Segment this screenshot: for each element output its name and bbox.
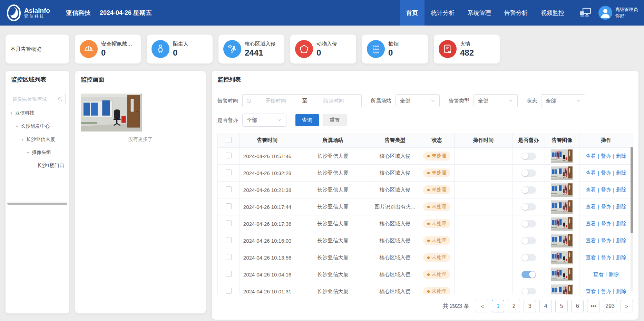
delete-link[interactable]: 删除	[616, 204, 626, 210]
alarm-snapshot[interactable]	[551, 234, 573, 247]
supervise-select[interactable]: 全部	[242, 114, 286, 127]
caret-down-icon[interactable]: ▾	[9, 111, 14, 116]
search-button[interactable]: 查询	[295, 114, 319, 126]
nav-item-告警分析[interactable]: 告警分析	[498, 0, 534, 26]
view-link[interactable]: 查看	[586, 254, 596, 260]
supervise-link[interactable]: 督办	[601, 288, 611, 294]
row-checkbox[interactable]	[226, 288, 232, 294]
page-button-5[interactable]: 5	[555, 300, 568, 312]
alarm-snapshot[interactable]	[551, 284, 573, 294]
monitor-icon[interactable]	[579, 8, 592, 18]
delete-link[interactable]: 删除	[608, 271, 619, 277]
delete-link[interactable]: 删除	[616, 237, 626, 243]
row-checkbox[interactable]	[226, 237, 232, 243]
row-checkbox[interactable]	[226, 169, 232, 175]
tree-item-摄像头组[interactable]: ▾ 摄像头组	[8, 146, 69, 159]
alarm-snapshot[interactable]	[551, 217, 573, 231]
supervise-toggle[interactable]	[521, 203, 536, 211]
horizontal-scrollbar[interactable]	[7, 203, 67, 205]
supervise-toggle[interactable]	[521, 288, 536, 295]
view-link[interactable]: 查看	[586, 187, 596, 193]
alarm-snapshot[interactable]	[551, 200, 573, 214]
delete-link[interactable]: 删除	[616, 170, 626, 176]
status-select[interactable]: 全部	[541, 94, 585, 107]
delete-link[interactable]: 删除	[616, 221, 626, 226]
supervise-link[interactable]: 督办	[601, 170, 611, 176]
region-search-input[interactable]	[12, 96, 58, 102]
page-button-2[interactable]: 2	[508, 300, 520, 312]
supervise-toggle[interactable]	[521, 271, 536, 278]
caret-down-icon[interactable]: ▾	[14, 124, 19, 129]
supervise-link[interactable]: 督办	[601, 187, 611, 193]
alarm-type-select[interactable]: 全部	[474, 94, 518, 107]
end-time-input[interactable]: 结束时间	[310, 98, 358, 104]
tree-item-亚信科技[interactable]: ▾ 亚信科技	[8, 107, 69, 120]
supervise-link[interactable]: 督办	[601, 153, 611, 159]
supervise-link[interactable]: 督办	[601, 237, 611, 243]
page-button-4[interactable]: 4	[539, 300, 552, 312]
camera-snapshot[interactable]	[81, 94, 142, 132]
row-checkbox[interactable]	[226, 153, 232, 158]
supervise-toggle[interactable]	[521, 254, 536, 261]
search-icon[interactable]	[58, 96, 62, 102]
supervise-toggle[interactable]	[521, 169, 536, 177]
user-avatar[interactable]	[598, 6, 612, 20]
nav-item-首页[interactable]: 首页	[400, 0, 425, 26]
supervise-toggle[interactable]	[521, 153, 536, 160]
supervise-toggle[interactable]	[521, 186, 536, 194]
supervise-toggle[interactable]	[521, 237, 536, 244]
alarm-time-range-picker[interactable]: 开始时间 至 结束时间	[242, 94, 362, 107]
column-header-操作[interactable]: 操作	[579, 133, 633, 148]
station-select[interactable]: 全部	[396, 94, 440, 107]
page-button-3[interactable]: 3	[524, 300, 536, 312]
view-link[interactable]: 查看	[586, 237, 596, 243]
next-page-button[interactable]: >	[621, 300, 633, 312]
supervise-link[interactable]: 督办	[601, 254, 611, 260]
page-button-293[interactable]: 293	[603, 300, 617, 312]
row-checkbox[interactable]	[226, 186, 232, 192]
column-header-是否督办[interactable]: 是否督办	[513, 133, 545, 148]
view-link[interactable]: 查看	[593, 271, 604, 277]
supervise-toggle[interactable]	[521, 220, 536, 227]
delete-link[interactable]: 删除	[616, 187, 626, 193]
column-header-状态[interactable]: 状态	[419, 133, 455, 148]
view-link[interactable]: 查看	[586, 153, 596, 159]
delete-link[interactable]: 删除	[616, 153, 626, 159]
tree-item-长沙1楼门口[interactable]: 长沙1楼门口	[8, 159, 69, 172]
start-time-input[interactable]: 开始时间	[252, 98, 300, 104]
supervise-link[interactable]: 督办	[601, 221, 611, 226]
view-link[interactable]: 查看	[586, 288, 596, 294]
alarm-snapshot[interactable]	[551, 268, 573, 281]
page-button-1[interactable]: 1	[492, 300, 504, 312]
row-checkbox[interactable]	[226, 203, 232, 209]
alarm-snapshot[interactable]	[551, 149, 573, 163]
vertical-scrollbar[interactable]	[631, 147, 633, 291]
caret-down-icon[interactable]: ▾	[26, 150, 30, 155]
nav-item-视频监控[interactable]: 视频监控	[534, 0, 571, 26]
column-header-告警时间[interactable]: 告警时间	[240, 133, 295, 148]
nav-item-系统管理[interactable]: 系统管理	[461, 0, 498, 26]
caret-down-icon[interactable]: ▾	[20, 137, 25, 142]
row-checkbox[interactable]	[226, 271, 232, 277]
prev-page-button[interactable]: <	[476, 300, 488, 312]
tree-item-长沙研发中心[interactable]: ▾ 长沙研发中心	[8, 120, 69, 133]
row-checkbox[interactable]	[226, 220, 232, 226]
delete-link[interactable]: 删除	[616, 288, 626, 294]
supervise-link[interactable]: 督办	[601, 204, 611, 210]
column-header-告警图像[interactable]: 告警图像	[545, 133, 579, 148]
delete-link[interactable]: 删除	[616, 254, 626, 260]
alarm-snapshot[interactable]	[551, 251, 573, 264]
reset-button[interactable]: 重置	[323, 114, 347, 126]
row-checkbox[interactable]	[226, 254, 232, 260]
column-header-操作时间[interactable]: 操作时间	[455, 133, 513, 148]
ellipsis-button[interactable]: •••	[587, 300, 599, 312]
alarm-snapshot[interactable]	[551, 166, 573, 180]
select-all-checkbox[interactable]	[226, 137, 232, 143]
view-link[interactable]: 查看	[586, 221, 596, 226]
view-link[interactable]: 查看	[586, 204, 596, 210]
view-link[interactable]: 查看	[586, 170, 596, 176]
alarm-snapshot[interactable]	[551, 183, 573, 197]
column-header-告警类型[interactable]: 告警类型	[371, 133, 419, 148]
column-header-所属场站[interactable]: 所属场站	[295, 133, 371, 148]
page-button-6[interactable]: 6	[571, 300, 584, 312]
